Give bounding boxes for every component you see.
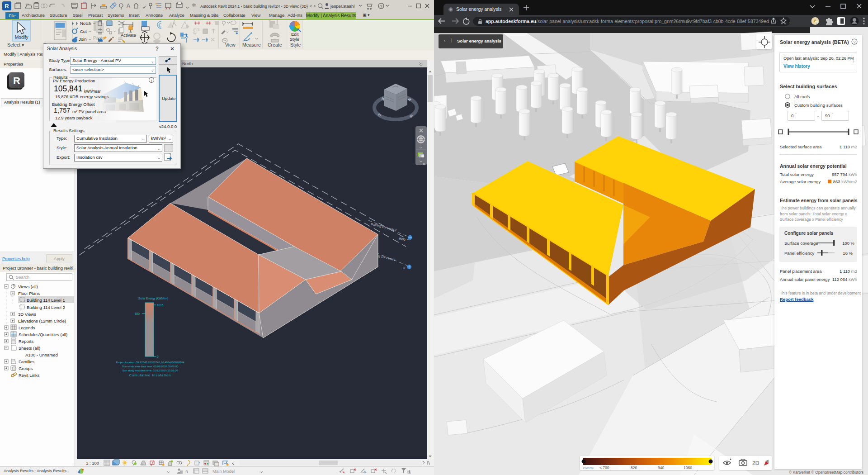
svg-text:i: i (151, 78, 152, 83)
svg-text:< 700: < 700 (599, 466, 609, 470)
svg-text:?: ? (380, 4, 382, 9)
svg-text:A: A (127, 3, 130, 9)
svg-text:Groups: Groups (19, 366, 33, 371)
svg-text:Building 114 Level 1: Building 114 Level 1 (27, 298, 65, 303)
svg-text::1: :1 (407, 470, 411, 474)
svg-text:Views (all): Views (all) (18, 284, 38, 289)
svg-text:Revit Links: Revit Links (19, 373, 40, 378)
svg-text:Sun study end date time: 31/12: Sun study end date time: 31/12/2010 23:5… (122, 369, 178, 372)
svg-text:3D Views: 3D Views (18, 312, 36, 317)
svg-text:940: 940 (658, 466, 664, 470)
svg-text:Edit: Edit (291, 32, 299, 37)
svg-text:820: 820 (631, 466, 637, 470)
svg-text:Solar Energy (kWh/m²): Solar Energy (kWh/m²) (138, 297, 168, 300)
svg-text:jesper.staahl: jesper.staahl (330, 4, 354, 9)
svg-text:Main Model: Main Model (212, 469, 235, 474)
svg-text:Join: Join (79, 37, 86, 42)
svg-text:Project location: 59.92543.263: Project location: 59.92543.26303742,10.4… (116, 361, 184, 364)
svg-text:Modify: Modify (15, 35, 28, 40)
svg-text:Legends: Legends (19, 325, 35, 330)
svg-text:Cut: Cut (80, 29, 87, 34)
svg-text:Notch: Notch (80, 21, 91, 26)
svg-text:0: 0 (157, 355, 159, 358)
svg-text:Sun study start date time: 01/: Sun study start date time: 01/01/2010 00… (122, 365, 179, 368)
svg-text:1016: 1016 (157, 304, 164, 307)
svg-text:2D: 2D (752, 460, 760, 466)
svg-text:800: 800 (135, 312, 140, 315)
svg-text:Families: Families (19, 359, 35, 364)
svg-text:Sheets (all): Sheets (all) (19, 346, 40, 351)
svg-text:A100 - Unnamed: A100 - Unnamed (25, 352, 58, 357)
svg-text:G: G (816, 21, 818, 24)
svg-text:?: ? (853, 40, 855, 44)
svg-text:Cumulative Insolation: Cumulative Insolation (129, 373, 171, 377)
svg-text:Building 114 Level 2: Building 114 Level 2 (371, 222, 397, 232)
svg-text:Activate: Activate (121, 33, 136, 38)
svg-text:R: R (5, 3, 9, 10)
svg-text:Elevations (12mm Circle): Elevations (12mm Circle) (18, 318, 66, 323)
svg-text:0: 0 (403, 266, 406, 270)
svg-text:Building 114 Level 2: Building 114 Level 2 (27, 305, 65, 310)
svg-text:Style: Style (290, 37, 299, 42)
svg-text::0: :0 (184, 470, 188, 474)
svg-text:Reports: Reports (19, 339, 34, 344)
svg-text:9000: 9000 (399, 237, 406, 241)
svg-text:1060: 1060 (684, 466, 692, 470)
svg-text:Autodesk Revit 2024.1 - basic: Autodesk Revit 2024.1 - basic building r… (200, 4, 308, 9)
svg-text:Floor Plans: Floor Plans (18, 291, 40, 296)
svg-text:kWh/m²: kWh/m² (583, 466, 594, 470)
svg-text:R: R (13, 75, 20, 86)
svg-text:Schedules/Quantities (all): Schedules/Quantities (all) (19, 332, 67, 337)
